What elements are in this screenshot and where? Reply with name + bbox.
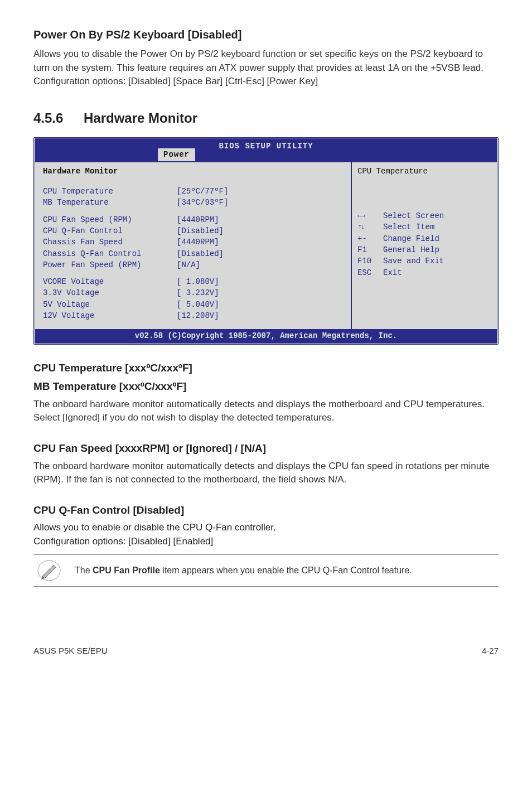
section-number: 4.5.6: [33, 109, 84, 128]
bios-row-vcore[interactable]: VCORE Voltage [ 1.080V]: [43, 276, 343, 287]
mb-temp-heading: MB Temperature [xxxºC/xxxºF]: [33, 379, 499, 394]
arrow-left-right-icon: [357, 210, 383, 221]
qfan-heading: CPU Q-Fan Control [Disabled]: [33, 503, 499, 518]
help-text: Select Screen: [383, 210, 444, 221]
bios-header: BIOS SETUP UTILITY Power: [35, 139, 497, 161]
bios-row-cpu-temp[interactable]: CPU Temperature [25ºC/77ºF]: [43, 186, 343, 197]
bios-label: Power Fan Speed (RPM): [43, 259, 177, 270]
bios-value: [12.208V]: [177, 310, 219, 321]
help-text: Exit: [383, 267, 402, 278]
bios-group-temps: CPU Temperature [25ºC/77ºF] MB Temperatu…: [43, 186, 343, 209]
bios-row-cpu-qfan[interactable]: CPU Q-Fan Control [Disabled]: [43, 225, 343, 236]
bios-help-select-screen: Select Screen: [357, 210, 491, 221]
bios-left-title: Hardware Monitor: [43, 166, 343, 180]
bios-tab-power[interactable]: Power: [158, 148, 195, 161]
cpu-temp-heading: CPU Temperature [xxxºC/xxxºF]: [33, 360, 499, 376]
bios-label: 12V Voltage: [43, 310, 177, 321]
bios-value: [Disabled]: [177, 248, 224, 259]
pencil-note-icon: [37, 559, 61, 582]
bios-row-mb-temp[interactable]: MB Temperature [34ºC/93ºF]: [43, 197, 343, 208]
section-header: 4.5.6 Hardware Monitor: [33, 109, 499, 128]
help-text: Change Field: [383, 233, 439, 244]
power-on-config: Configuration options: [Disabled] [Space…: [33, 76, 318, 86]
arrow-up-down-icon: [357, 221, 383, 233]
bios-help-select-item: Select Item: [357, 221, 491, 233]
power-on-desc: Allows you to disable the Power On by PS…: [33, 49, 483, 73]
temp-paragraph: The onboard hardware monitor automatical…: [33, 398, 499, 425]
bios-help-change-field: +- Change Field: [357, 233, 491, 244]
bios-value: [4440RPM]: [177, 214, 219, 225]
bios-label: Chassis Fan Speed: [43, 236, 177, 248]
bios-label: CPU Temperature: [43, 186, 177, 197]
bios-value: [ 5.040V]: [177, 299, 219, 310]
bios-help-save-exit: F10 Save and Exit: [357, 255, 491, 267]
bios-row-cpu-fan[interactable]: CPU Fan Speed (RPM) [4440RPM]: [43, 214, 343, 225]
note-suffix: item appears when you enable the CPU Q-F…: [160, 566, 412, 575]
help-key: F1: [357, 244, 383, 255]
bios-help-list: Select Screen Select Item +- Change Fiel…: [357, 210, 491, 278]
bios-body: Hardware Monitor CPU Temperature [25ºC/7…: [35, 161, 497, 330]
bios-row-5v[interactable]: 5V Voltage [ 5.040V]: [43, 299, 343, 310]
bios-label: CPU Q-Fan Control: [43, 225, 177, 236]
help-key: ESC: [357, 267, 383, 278]
bios-panel: BIOS SETUP UTILITY Power Hardware Monito…: [33, 137, 499, 345]
bios-right-pane: CPU Temperature Select Screen Select Ite…: [352, 162, 497, 330]
note-box: The CPU Fan Profile item appears when yo…: [33, 554, 499, 587]
help-text: General Help: [383, 244, 439, 255]
bios-label: MB Temperature: [43, 197, 177, 208]
footer-left: ASUS P5K SE/EPU: [33, 645, 108, 657]
bios-row-chassis-qfan[interactable]: Chassis Q-Fan Control [Disabled]: [43, 248, 343, 259]
fan-speed-paragraph: The onboard hardware monitor automatical…: [33, 460, 499, 487]
bios-help-exit: ESC Exit: [357, 267, 491, 278]
help-text: Save and Exit: [383, 255, 444, 267]
power-on-paragraph: Allows you to disable the Power On by PS…: [33, 47, 499, 89]
bios-label: 5V Voltage: [43, 299, 177, 310]
bios-row-power-fan[interactable]: Power Fan Speed (RPM) [N/A]: [43, 259, 343, 270]
bios-group-voltages: VCORE Voltage [ 1.080V] 3.3V Voltage [ 3…: [43, 276, 343, 321]
qfan-desc: Allows you to enable or disable the CPU …: [33, 522, 276, 533]
bios-label: 3.3V Voltage: [43, 287, 177, 298]
footer-right: 4-27: [482, 645, 499, 657]
bios-value: [ 1.080V]: [177, 276, 219, 287]
bios-row-33v[interactable]: 3.3V Voltage [ 3.232V]: [43, 287, 343, 298]
bios-label: Chassis Q-Fan Control: [43, 248, 177, 259]
power-on-heading: Power On By PS/2 Keyboard [Disabled]: [33, 27, 499, 43]
bios-help-title: CPU Temperature: [357, 166, 491, 210]
bios-left-pane: Hardware Monitor CPU Temperature [25ºC/7…: [35, 162, 352, 330]
bios-value: [25ºC/77ºF]: [177, 186, 228, 197]
bios-label: CPU Fan Speed (RPM): [43, 214, 177, 225]
help-key: F10: [357, 255, 383, 267]
section-title: Hardware Monitor: [84, 109, 197, 128]
bios-row-12v[interactable]: 12V Voltage [12.208V]: [43, 310, 343, 321]
bios-value: [ 3.232V]: [177, 287, 219, 298]
bios-header-title: BIOS SETUP UTILITY: [35, 140, 497, 152]
bios-value: [4440RPM]: [177, 236, 219, 248]
page-footer: ASUS P5K SE/EPU 4-27: [33, 642, 499, 657]
note-prefix: The: [75, 566, 93, 575]
bios-value: [34ºC/93ºF]: [177, 197, 228, 208]
bios-footer: v02.58 (C)Copyright 1985-2007, American …: [35, 329, 497, 342]
qfan-config: Configuration options: [Disabled] [Enabl…: [33, 536, 213, 547]
bios-help-general: F1 General Help: [357, 244, 491, 255]
bios-value: [Disabled]: [177, 225, 224, 236]
qfan-paragraph: Allows you to enable or disable the CPU …: [33, 521, 499, 548]
help-key: +-: [357, 233, 383, 244]
note-text: The CPU Fan Profile item appears when yo…: [75, 564, 412, 577]
note-bold: CPU Fan Profile: [93, 566, 160, 575]
bios-group-fans: CPU Fan Speed (RPM) [4440RPM] CPU Q-Fan …: [43, 214, 343, 270]
help-text: Select Item: [383, 221, 434, 233]
bios-value: [N/A]: [177, 259, 200, 270]
bios-label: VCORE Voltage: [43, 276, 177, 287]
fan-speed-heading: CPU Fan Speed [xxxxRPM] or [Ignored] / […: [33, 441, 499, 456]
bios-row-chassis-fan[interactable]: Chassis Fan Speed [4440RPM]: [43, 236, 343, 248]
